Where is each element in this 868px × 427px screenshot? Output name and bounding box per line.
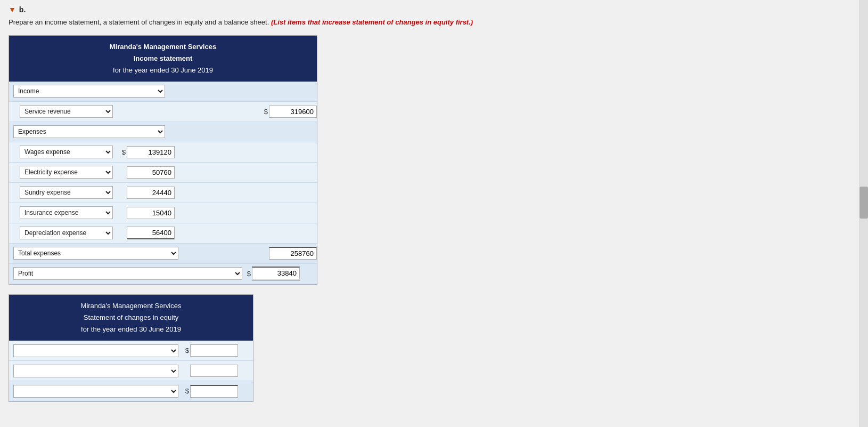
part-header: ▼ b. bbox=[9, 5, 859, 14]
eq-header-line3: for the year ended 30 June 2019 bbox=[12, 324, 250, 335]
service-revenue-input[interactable] bbox=[269, 106, 317, 118]
electricity-expense-input[interactable] bbox=[127, 166, 175, 179]
eq-header-line2: Statement of changes in equity bbox=[12, 312, 250, 324]
is-header-line1: Miranda's Management Services bbox=[12, 41, 314, 53]
electricity-expense-dropdown[interactable]: Electricity expense Wages expense Servic… bbox=[20, 166, 113, 179]
depreciation-expense-amount[interactable] bbox=[127, 227, 175, 239]
equity-row2-input[interactable] bbox=[190, 365, 238, 377]
sundry-expense-dropdown[interactable]: Sundry expense Wages expense Electricity… bbox=[20, 186, 113, 199]
wages-dollar-sign: $ bbox=[117, 148, 127, 156]
insurance-expense-dropdown[interactable]: Insurance expense Wages expense Electric… bbox=[20, 206, 113, 219]
is-header-line2: Income statement bbox=[12, 53, 314, 65]
eq-header-line1: Miranda's Management Services bbox=[12, 300, 250, 312]
profit-input[interactable] bbox=[252, 267, 300, 280]
sundry-expense-input[interactable] bbox=[127, 187, 175, 199]
service-revenue-dropdown[interactable]: Service revenue Wages expense Electricit… bbox=[20, 105, 113, 118]
profit-dropdown[interactable]: Profit Income Expenses Total expenses bbox=[13, 267, 242, 280]
equity-row2-amount[interactable] bbox=[178, 365, 238, 377]
total-expenses-input[interactable] bbox=[269, 247, 317, 260]
service-revenue-dollar-sign: $ bbox=[259, 108, 269, 116]
wages-expense-input[interactable] bbox=[127, 146, 175, 158]
equity-row2-dropdown[interactable] bbox=[13, 365, 178, 377]
instruction-highlight: (List items that increase statement of c… bbox=[271, 18, 473, 26]
instruction-plain: Prepare an income statement, a statement… bbox=[9, 18, 269, 26]
eq-dollar-sign-1: $ bbox=[181, 347, 190, 355]
income-statement: Miranda's Management Services Income sta… bbox=[9, 35, 317, 285]
sundry-expense-amount[interactable] bbox=[127, 187, 175, 199]
instruction: Prepare an income statement, a statement… bbox=[9, 17, 859, 28]
insurance-expense-input[interactable] bbox=[127, 207, 175, 219]
scrollbar-thumb[interactable] bbox=[859, 187, 868, 219]
equity-row1-dropdown[interactable] bbox=[13, 344, 178, 357]
sundry-expense-row: Sundry expense Wages expense Electricity… bbox=[9, 183, 317, 203]
equity-row-2 bbox=[9, 361, 253, 381]
eq-dollar-sign-total: $ bbox=[181, 387, 190, 395]
electricity-expense-amount[interactable] bbox=[127, 166, 175, 179]
depreciation-expense-row: Depreciation expense Wages expense Elect… bbox=[9, 223, 317, 244]
equity-row-1: $ bbox=[9, 341, 253, 361]
equity-row1-amount[interactable] bbox=[190, 344, 238, 357]
service-revenue-amount[interactable] bbox=[269, 106, 317, 118]
income-statement-header: Miranda's Management Services Income sta… bbox=[9, 36, 317, 82]
is-header-line3: for the year ended 30 June 2019 bbox=[12, 65, 314, 76]
profit-row: Profit Income Expenses Total expenses $ bbox=[9, 264, 317, 284]
equity-statement: Miranda's Management Services Statement … bbox=[9, 294, 253, 402]
equity-total-dropdown[interactable] bbox=[13, 385, 178, 398]
wages-expense-row: Wages expense Service revenue Electricit… bbox=[9, 142, 317, 163]
wages-expense-amount[interactable] bbox=[127, 146, 175, 158]
service-revenue-row: Service revenue Wages expense Electricit… bbox=[9, 102, 317, 122]
insurance-expense-amount[interactable] bbox=[127, 207, 175, 219]
insurance-expense-row: Insurance expense Wages expense Electric… bbox=[9, 203, 317, 223]
depreciation-expense-dropdown[interactable]: Depreciation expense Wages expense Elect… bbox=[20, 227, 113, 239]
wages-expense-dropdown[interactable]: Wages expense Service revenue Electricit… bbox=[20, 146, 113, 158]
depreciation-expense-input[interactable] bbox=[127, 227, 175, 239]
scrollbar[interactable] bbox=[859, 0, 868, 407]
income-section-dropdown[interactable]: Income Expenses Total expenses Profit bbox=[13, 85, 165, 98]
equity-row1-input[interactable] bbox=[190, 344, 238, 357]
equity-header: Miranda's Management Services Statement … bbox=[9, 295, 253, 341]
arrow-icon: ▼ bbox=[9, 5, 16, 14]
expenses-section-row: Expenses Income Total expenses Profit bbox=[9, 122, 317, 142]
equity-total-input[interactable] bbox=[190, 385, 238, 398]
equity-total-row: $ bbox=[9, 381, 253, 401]
profit-dollar-sign: $ bbox=[242, 270, 252, 278]
total-expenses-row: Total expenses Income Expenses Profit bbox=[9, 244, 317, 264]
electricity-expense-row: Electricity expense Wages expense Servic… bbox=[9, 163, 317, 183]
expenses-section-dropdown[interactable]: Expenses Income Total expenses Profit bbox=[13, 125, 165, 138]
income-section-row: Income Expenses Total expenses Profit bbox=[9, 82, 317, 102]
part-label: b. bbox=[19, 5, 26, 14]
total-expenses-dropdown[interactable]: Total expenses Income Expenses Profit bbox=[13, 247, 178, 260]
equity-total-amount[interactable] bbox=[190, 385, 238, 398]
total-expenses-amount[interactable] bbox=[269, 247, 317, 260]
profit-amount[interactable] bbox=[252, 267, 300, 280]
